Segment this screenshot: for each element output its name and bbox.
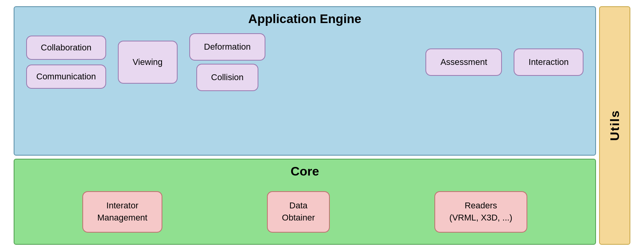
communication-box: Communication	[26, 65, 106, 89]
utils-label: Utils	[608, 110, 622, 141]
main-column: Application Engine Collaboration Communi…	[14, 6, 596, 245]
app-engine-title: Application Engine	[22, 12, 587, 26]
core-boxes: Interator Management Data Obtainer Reade…	[22, 186, 587, 234]
collab-comm-group: Collaboration Communication	[26, 36, 106, 89]
app-engine-boxes: Collaboration Communication Viewing Defo…	[22, 33, 587, 91]
assessment-box: Assessment	[425, 48, 502, 76]
deformation-box: Deformation	[189, 33, 266, 61]
collision-box: Collision	[196, 64, 258, 91]
data-obtainer-box: Data Obtainer	[267, 191, 329, 233]
core-layer: Core Interator Management Data Obtainer …	[14, 159, 596, 245]
readers-box: Readers (VRML, X3D, ...)	[434, 191, 527, 233]
interaction-box: Interaction	[514, 48, 584, 76]
collaboration-box: Collaboration	[26, 36, 106, 60]
diagram-container: Application Engine Collaboration Communi…	[14, 6, 630, 245]
core-title: Core	[22, 164, 587, 179]
viewing-box: Viewing	[118, 41, 178, 84]
app-engine-layer: Application Engine Collaboration Communi…	[14, 6, 596, 156]
deform-collision-group: Deformation Collision	[189, 33, 266, 91]
interator-management-box: Interator Management	[82, 191, 162, 233]
utils-sidebar: Utils	[599, 6, 630, 245]
